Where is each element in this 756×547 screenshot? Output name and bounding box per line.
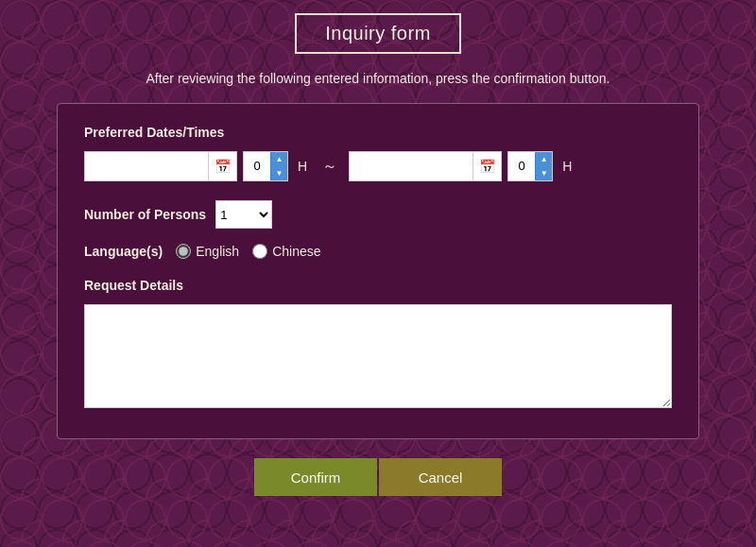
start-time-input[interactable] (244, 152, 270, 180)
start-time-arrows: ▲ ▼ (270, 152, 287, 180)
request-details-textarea[interactable] (84, 304, 672, 408)
end-time-up-arrow[interactable]: ▲ (536, 152, 552, 166)
cancel-label: Cancel (419, 470, 463, 486)
english-radio-option[interactable]: English (176, 244, 239, 259)
end-time-input[interactable] (508, 152, 535, 180)
english-radio[interactable] (176, 244, 191, 259)
cancel-button[interactable]: Cancel (379, 458, 502, 496)
subtitle-text: After reviewing the following entered in… (146, 71, 610, 86)
start-date-input[interactable] (85, 152, 208, 180)
calendar-icon-2: 📅 (479, 159, 495, 174)
request-details-label: Request Details (84, 278, 672, 293)
language-label: Language(s) (84, 244, 163, 259)
title-text: Inquiry form (325, 23, 431, 43)
language-row: Language(s) English Chinese (84, 244, 672, 259)
h-label-1: H (298, 159, 307, 174)
start-time-up-arrow[interactable]: ▲ (271, 152, 287, 166)
h-label-2: H (562, 159, 572, 174)
end-date-input[interactable] (350, 152, 472, 180)
chinese-radio-option[interactable]: Chinese (252, 244, 320, 259)
end-date-group: 📅 (349, 151, 502, 181)
confirm-label: Confirm (291, 470, 341, 486)
start-date-group: 📅 (84, 151, 237, 181)
form-container: Preferred Dates/Times 📅 ▲ ▼ H ～ (57, 103, 699, 439)
page-wrapper: Inquiry form After reviewing the followi… (19, 13, 737, 496)
end-time-spinner: ▲ ▼ (507, 151, 553, 181)
tilde-separator: ～ (322, 157, 337, 177)
dialog-title: Inquiry form (295, 13, 461, 54)
english-label: English (196, 244, 239, 259)
start-time-spinner: ▲ ▼ (243, 151, 288, 181)
button-row: Confirm Cancel (254, 458, 502, 496)
chinese-radio[interactable] (252, 244, 267, 259)
start-calendar-button[interactable]: 📅 (208, 152, 236, 180)
confirm-button[interactable]: Confirm (254, 458, 377, 496)
preferred-dates-label: Preferred Dates/Times (84, 125, 672, 140)
chinese-label: Chinese (272, 244, 320, 259)
datetime-row: 📅 ▲ ▼ H ～ 📅 (84, 151, 672, 181)
persons-row: Number of Persons 1 2 3 4 5 6 7 8 9 10 (84, 200, 672, 229)
end-calendar-button[interactable]: 📅 (472, 152, 501, 180)
end-time-arrows: ▲ ▼ (535, 152, 552, 180)
persons-select[interactable]: 1 2 3 4 5 6 7 8 9 10 (215, 200, 272, 229)
persons-label: Number of Persons (84, 207, 206, 222)
start-time-down-arrow[interactable]: ▼ (271, 166, 287, 180)
end-time-down-arrow[interactable]: ▼ (536, 166, 552, 180)
calendar-icon: 📅 (215, 159, 231, 174)
